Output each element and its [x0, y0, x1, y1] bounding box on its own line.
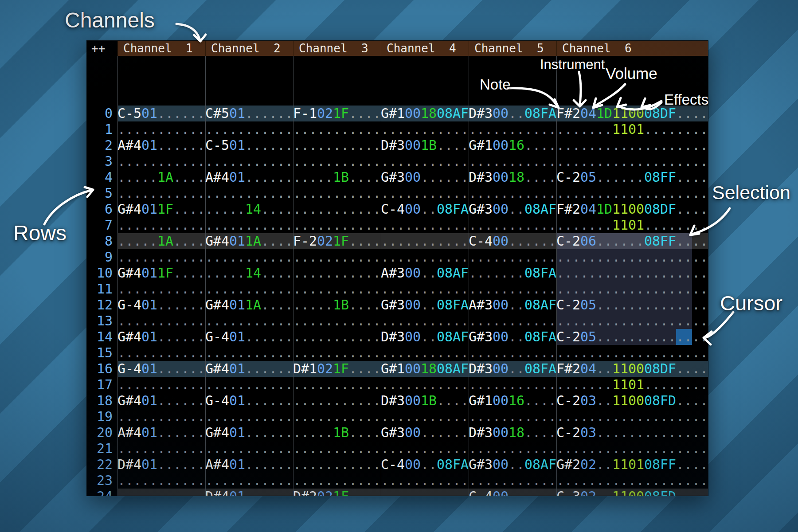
pattern-cell-ch6[interactable]: ................... [556, 249, 708, 265]
pattern-cell-ch3[interactable]: ........... [293, 377, 381, 393]
pattern-cell-ch3[interactable]: .....1B.... [293, 297, 381, 313]
pattern-cell-ch5[interactable]: D#300..08FA [469, 361, 556, 377]
pattern-corner-button[interactable]: ++ [87, 41, 117, 56]
pattern-cell-ch6[interactable]: F#2041D110008DF.... [556, 201, 708, 217]
pattern-cell-ch4[interactable]: ........... [381, 217, 469, 233]
pattern-cell-ch6[interactable]: ................... [556, 441, 708, 457]
pattern-cell-ch5[interactable]: C-400...... [469, 489, 556, 496]
pattern-cell-ch6[interactable]: ................... [556, 153, 708, 169]
pattern-cell-ch6[interactable]: C-203..110008FD.... [556, 393, 708, 409]
pattern-cell-ch3[interactable]: ........... [293, 121, 381, 137]
pattern-cell-ch6[interactable]: .......1101........ [556, 377, 708, 393]
pattern-cell-ch4[interactable]: ........... [381, 377, 469, 393]
pattern-cell-ch1[interactable]: A#401...... [117, 425, 205, 441]
pattern-cell-ch3[interactable]: ........... [293, 201, 381, 217]
pattern-cell-ch6[interactable]: .......1101........ [556, 217, 708, 233]
pattern-cell-ch2[interactable]: A#401...... [205, 169, 293, 185]
pattern-cell-ch4[interactable]: D#300..08AF [381, 329, 469, 345]
pattern-cell-ch1[interactable]: ........... [117, 217, 205, 233]
pattern-cell-ch3[interactable]: ........... [293, 217, 381, 233]
pattern-cell-ch3[interactable]: ........... [293, 409, 381, 425]
pattern-cell-ch1[interactable]: ........... [117, 153, 205, 169]
pattern-cell-ch2[interactable]: ........... [205, 217, 293, 233]
pattern-cell-ch1[interactable]: G#401...... [117, 329, 205, 345]
pattern-cell-ch3[interactable]: ........... [293, 153, 381, 169]
pattern-cell-ch1[interactable]: A#401...... [117, 137, 205, 153]
pattern-cell-ch4[interactable]: ........... [381, 409, 469, 425]
pattern-cell-ch5[interactable]: G#300..08AF [469, 201, 556, 217]
pattern-cell-ch2[interactable]: ........... [205, 153, 293, 169]
pattern-cell-ch2[interactable]: G#401...... [205, 425, 293, 441]
pattern-cell-ch3[interactable]: ........... [293, 393, 381, 409]
pattern-cell-ch6[interactable]: ................... [556, 281, 708, 297]
pattern-cell-ch5[interactable]: .......08FA [469, 265, 556, 281]
pattern-cell-ch3[interactable]: ........... [293, 249, 381, 265]
pattern-cell-ch5[interactable]: G#10016.... [469, 137, 556, 153]
pattern-cell-ch1[interactable]: G#401...... [117, 393, 205, 409]
pattern-cell-ch3[interactable]: ........... [293, 185, 381, 201]
pattern-cell-ch6[interactable]: G#202..110108FF.... [556, 457, 708, 473]
pattern-cell-ch2[interactable]: D#401...... [205, 489, 293, 496]
pattern-cell-ch1[interactable]: G-401...... [117, 361, 205, 377]
pattern-cell-ch6[interactable]: C-302..110008FD.... [556, 489, 708, 496]
pattern-cell-ch3[interactable]: ........... [293, 473, 381, 489]
pattern-cell-ch5[interactable]: ........... [469, 473, 556, 489]
pattern-cell-ch5[interactable]: G#300..08AF [469, 457, 556, 473]
pattern-cell-ch2[interactable]: ........... [205, 281, 293, 297]
pattern-cell-ch1[interactable]: ........... [117, 473, 205, 489]
pattern-cell-ch6[interactable]: ................... [556, 137, 708, 153]
pattern-cell-ch2[interactable]: G#401...... [205, 361, 293, 377]
pattern-cell-ch4[interactable]: G#300...... [381, 169, 469, 185]
pattern-cell-ch5[interactable]: ........... [469, 345, 556, 361]
pattern-cell-ch1[interactable]: G-401...... [117, 297, 205, 313]
pattern-cell-ch5[interactable]: ........... [469, 185, 556, 201]
pattern-cell-ch4[interactable]: G#300..08FA [381, 297, 469, 313]
pattern-cell-ch4[interactable]: C-400..08FA [381, 201, 469, 217]
pattern-cell-ch5[interactable]: D#30018.... [469, 425, 556, 441]
pattern-cell-ch6[interactable]: F#204..110008DF.... [556, 361, 708, 377]
pattern-cell-ch1[interactable]: ........... [117, 409, 205, 425]
pattern-cell-ch1[interactable]: G#4011F.... [117, 265, 205, 281]
pattern-cell-ch1[interactable]: G#4011F.... [117, 201, 205, 217]
pattern-cell-ch2[interactable]: G-401...... [205, 329, 293, 345]
pattern-cell-ch5[interactable]: D#300..08FA [469, 106, 556, 121]
pattern-cell-ch3[interactable]: ........... [293, 345, 381, 361]
pattern-cell-ch5[interactable]: ........... [469, 249, 556, 265]
pattern-cell-ch4[interactable]: C-400..08FA [381, 457, 469, 473]
channel-header-3[interactable]: Channel 3 [293, 41, 381, 56]
pattern-cell-ch5[interactable]: D#30018.... [469, 169, 556, 185]
pattern-cell-ch2[interactable]: G#4011A.... [205, 233, 293, 249]
pattern-cell-ch3[interactable]: .....1B.... [293, 425, 381, 441]
pattern-cell-ch3[interactable]: ........... [293, 441, 381, 457]
pattern-cell-ch3[interactable]: ........... [293, 313, 381, 329]
pattern-cell-ch6[interactable]: C-206......08FF.... [556, 233, 708, 249]
pattern-cell-ch1[interactable]: ........... [117, 121, 205, 137]
pattern-cell-ch6[interactable]: .......1101........ [556, 121, 708, 137]
channel-header-6[interactable]: Channel 6 [556, 41, 708, 56]
pattern-cell-ch4[interactable]: ........... [381, 249, 469, 265]
pattern-cell-ch4[interactable]: G#1001808AF [381, 361, 469, 377]
pattern-cell-ch6[interactable]: C-205......08FF.... [556, 169, 708, 185]
pattern-cell-ch4[interactable]: ........... [381, 441, 469, 457]
channel-header-4[interactable]: Channel 4 [381, 41, 469, 56]
channel-header-5[interactable]: Channel 5 [469, 41, 556, 56]
pattern-cell-ch6[interactable]: ................... [556, 409, 708, 425]
pattern-cell-ch6[interactable]: C-205.............. [556, 329, 708, 345]
channel-header-2[interactable]: Channel 2 [205, 41, 293, 56]
pattern-cell-ch4[interactable]: ........... [381, 473, 469, 489]
pattern-cell-ch5[interactable]: ........... [469, 313, 556, 329]
pattern-cell-ch1[interactable]: ........... [117, 185, 205, 201]
channel-header-1[interactable]: Channel 1 [117, 41, 205, 56]
pattern-cell-ch5[interactable]: G#300..08FA [469, 329, 556, 345]
pattern-cell-ch2[interactable]: C#501...... [205, 106, 293, 121]
pattern-cell-ch4[interactable]: D#3001B.... [381, 137, 469, 153]
pattern-cell-ch6[interactable]: ................... [556, 185, 708, 201]
pattern-cell-ch4[interactable]: ........... [381, 313, 469, 329]
pattern-cell-ch5[interactable]: ........... [469, 281, 556, 297]
pattern-cell-ch4[interactable]: ........... [381, 233, 469, 249]
pattern-cell-ch1[interactable]: .....1A.... [117, 169, 205, 185]
pattern-cell-ch5[interactable]: ........... [469, 377, 556, 393]
pattern-cell-ch4[interactable]: G#300...... [381, 425, 469, 441]
pattern-cell-ch2[interactable]: C-501...... [205, 137, 293, 153]
pattern-cell-ch1[interactable]: ........... [117, 281, 205, 297]
